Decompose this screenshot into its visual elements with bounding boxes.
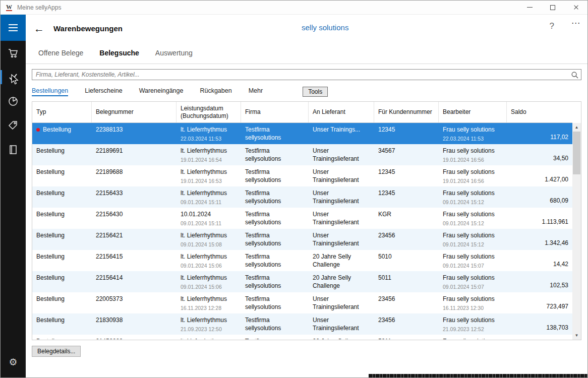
column-header[interactable]: An Lieferant — [309, 102, 374, 122]
help-icon: ? — [550, 21, 554, 31]
cell-typ: Bestellung — [32, 208, 92, 229]
tab-offene-belege[interactable]: Offene Belege — [38, 49, 83, 57]
page-title: Warenbewegungen — [53, 24, 123, 33]
minimize-button[interactable] — [518, 1, 541, 15]
table-row[interactable]: Bestellung21830938lt. Lieferrhythmus21.0… — [32, 313, 572, 335]
buchungsdatum-label: 09.01.2024 15:06 — [181, 263, 237, 270]
table-row[interactable]: Bestellung22005373lt. Lieferrhythmus16.1… — [32, 292, 572, 313]
subtab-bestellungen[interactable]: Bestellungen — [32, 87, 68, 96]
results-table: TypBelegnummerLeistungsdatum(Buchungsdat… — [32, 101, 581, 340]
subtab-lieferscheine[interactable]: Lieferscheine — [85, 87, 122, 96]
cell-leistungsdatum: lt. Lieferrhythmus19.01.2024 16:53 — [177, 165, 241, 186]
cell-firma: Testfirma sellysolutions — [241, 123, 309, 144]
cell-saldo: 680,09 — [507, 186, 572, 208]
shopping-cart-icon — [8, 47, 19, 58]
column-header[interactable]: Firma — [241, 102, 309, 122]
belegdetails-button[interactable]: Belegdetails... — [32, 346, 81, 357]
more-options-button[interactable]: ∙∙∙ — [571, 18, 580, 28]
table-row[interactable]: Bestellung22189688lt. Lieferrhythmus19.0… — [32, 165, 572, 186]
sidebar-item-warenbewegungen[interactable] — [1, 65, 26, 89]
vertical-scrollbar[interactable]: ▲ ▼ — [572, 123, 581, 340]
status-dot-icon — [36, 128, 40, 132]
buchungsdatum-label: 19.01.2024 16:53 — [181, 178, 237, 185]
cell-bearbeiter: Frau selly solutions09.01.2024 15:07 — [439, 271, 507, 292]
sidebar: ⚙ — [1, 15, 26, 378]
maximize-button[interactable] — [541, 1, 564, 15]
cell-bearbeiter: Frau selly solutions09.01.2024 15:07 — [439, 250, 507, 271]
cell-kundennummer: 12345 — [374, 186, 439, 208]
table-row[interactable]: Bestellung22388133lt. Lieferrhythmus22.0… — [32, 123, 572, 144]
brand-label: selly solutions — [302, 23, 348, 32]
cell-lieferant: Unser Trainingslieferant — [309, 313, 374, 335]
table-row[interactable]: Bestellung22156414lt. Lieferrhythmus09.0… — [32, 271, 572, 292]
scrollbar-thumb[interactable] — [573, 132, 580, 174]
close-button[interactable] — [564, 1, 587, 15]
cell-belegnummer: 21830938 — [92, 313, 177, 335]
cell-firma: Testfirma sellysolutions — [241, 250, 309, 271]
column-header[interactable]: Für Kundennummer — [374, 102, 439, 122]
cell-kundennummer: 12345 — [374, 165, 439, 186]
cell-kundennummer: 23456 — [374, 292, 439, 313]
tab-auswertung[interactable]: Auswertung — [155, 49, 193, 57]
hamburger-menu-button[interactable] — [1, 15, 26, 41]
cell-belegnummer: 21456629 — [92, 335, 177, 339]
table-row[interactable]: Bestellung21456629lt. LieferrhythmusTest… — [32, 335, 572, 339]
table-row[interactable]: Bestellung22156433lt. Lieferrhythmus09.0… — [32, 186, 572, 208]
subtab-rueckgaben[interactable]: Rückgaben — [200, 87, 231, 96]
app-logo-icon: W — [5, 4, 13, 12]
settings-button[interactable]: ⚙ — [1, 350, 26, 374]
sidebar-item-cart[interactable] — [1, 41, 26, 65]
cell-typ: Bestellung — [32, 144, 92, 165]
sidebar-item-statistics[interactable] — [1, 89, 26, 113]
help-button[interactable]: ? — [550, 21, 554, 31]
cell-typ: Bestellung — [32, 123, 92, 144]
cell-kundennummer: 12345 — [374, 123, 439, 144]
ellipsis-icon: ∙∙∙ — [571, 18, 580, 28]
scroll-up-button[interactable]: ▲ — [572, 123, 581, 132]
scroll-down-button[interactable]: ▼ — [572, 331, 581, 340]
subtab-mehr[interactable]: Mehr — [249, 87, 263, 96]
close-icon — [573, 5, 579, 10]
cell-kundennummer: 23456 — [374, 313, 439, 335]
cell-firma: Testfirma sellysolutions — [241, 144, 309, 165]
cell-lieferant: Unser Trainingslieferant — [309, 208, 374, 229]
tab-belegsuche[interactable]: Belegsuche — [99, 49, 139, 57]
cell-lieferant: Unser Trainingslieferant — [309, 229, 374, 250]
table-row[interactable]: Bestellung22189691lt. Lieferrhythmus19.0… — [32, 144, 572, 165]
cell-typ: Bestellung — [32, 250, 92, 271]
buchungsdatum-label: 09.01.2024 15:11 — [181, 220, 237, 227]
search-input[interactable] — [32, 69, 581, 80]
column-header[interactable]: Belegnummer — [92, 102, 177, 122]
bearbeiter-datum-label: 09.01.2024 15:07 — [443, 284, 503, 291]
cell-lieferant: 20 Jahre Selly Challenge — [309, 271, 374, 292]
hamburger-menu-icon — [8, 24, 18, 32]
sidebar-item-journal[interactable] — [1, 138, 26, 162]
table-row[interactable]: Bestellung22156421lt. Lieferrhythmus09.0… — [32, 229, 572, 250]
cell-typ: Bestellung — [32, 186, 92, 208]
subtab-wareneingaenge[interactable]: Wareneingänge — [139, 87, 184, 96]
column-header[interactable]: Saldo — [507, 102, 572, 122]
sidebar-item-labels[interactable] — [1, 113, 26, 138]
back-button[interactable]: ← — [34, 23, 44, 34]
cell-bearbeiter: Frau selly solutions19.01.2024 16:56 — [439, 165, 507, 186]
cell-saldo: 1.342,46 — [507, 229, 572, 250]
bearbeiter-datum-label: 09.01.2024 15:12 — [443, 220, 503, 227]
table-row[interactable]: Bestellung22156415lt. Lieferrhythmus09.0… — [32, 250, 572, 271]
column-header[interactable]: Typ — [32, 102, 92, 122]
bearbeiter-datum-label: 19.01.2024 16:56 — [443, 157, 503, 164]
column-header[interactable]: Bearbeiter — [439, 102, 507, 122]
cell-saldo: 723,497 — [507, 292, 572, 313]
cell-bearbeiter: Frau selly solutions — [439, 335, 507, 339]
cell-firma: Testfirma sellysolutions — [241, 229, 309, 250]
table-row[interactable]: Bestellung2215643010.01.202409.01.2024 1… — [32, 208, 572, 229]
cell-lieferant: Unser Trainingslieferant — [309, 186, 374, 208]
column-header[interactable]: Leistungsdatum(Buchungsdatum) — [177, 102, 241, 122]
bearbeiter-datum-label: 09.01.2024 15:12 — [443, 241, 503, 248]
cell-firma: Testfirma sellysolutions — [241, 292, 309, 313]
cell-typ: Bestellung — [32, 313, 92, 335]
cell-typ: Bestellung — [32, 335, 92, 339]
cell-firma: Testfirma sellysolutions — [241, 165, 309, 186]
cell-firma: Testfirma sellysolutions — [241, 313, 309, 335]
tab-bar: Offene Belege Belegsuche Auswertung — [26, 42, 587, 64]
tools-button[interactable]: Tools — [303, 87, 328, 97]
